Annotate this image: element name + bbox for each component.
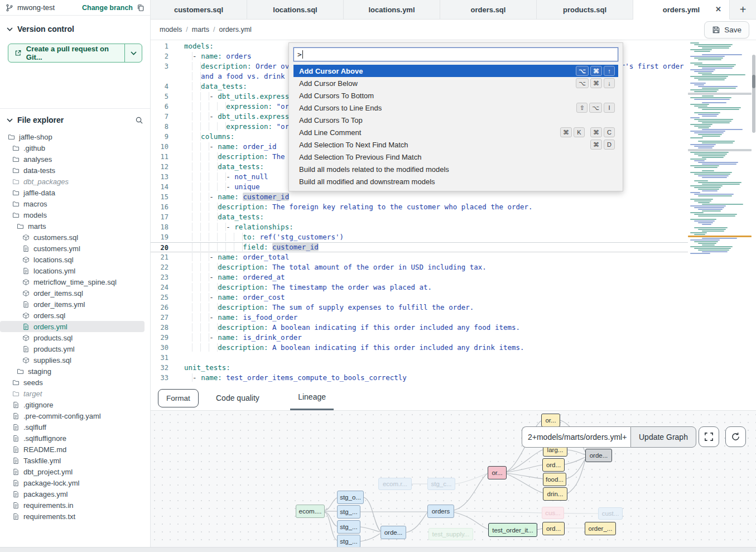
tree-item-jaffle-data[interactable]: jaffle-data bbox=[0, 187, 150, 198]
lineage-node[interactable]: food... bbox=[543, 473, 566, 486]
tab-orders-sql[interactable]: orders.sql bbox=[440, 0, 537, 20]
tab-orders-yml[interactable]: orders.yml✕ bbox=[633, 0, 730, 20]
palette-item[interactable]: Build all models related to the modified… bbox=[293, 163, 618, 175]
lineage-node[interactable]: ecom.... bbox=[296, 505, 325, 518]
tree-item-data-tests[interactable]: data-tests bbox=[0, 165, 150, 176]
update-graph-button[interactable]: Update Graph bbox=[630, 426, 696, 448]
editor-line[interactable]: 30 description: A boolean indicating if … bbox=[151, 343, 688, 353]
lineage-node[interactable]: ord... bbox=[542, 458, 565, 472]
palette-item[interactable]: Add Selection To Previous Find Match bbox=[293, 151, 618, 163]
lineage-node[interactable]: test_order_it... bbox=[488, 523, 537, 537]
lineage-node[interactable]: ord... bbox=[542, 522, 565, 535]
tree-item-dbt-project-yml[interactable]: dbt_project.yml bbox=[0, 466, 150, 477]
tree-item-products-yml[interactable]: products.yml bbox=[0, 343, 150, 354]
palette-item[interactable]: Add Cursors to Line Ends⇧⌥I bbox=[293, 102, 618, 114]
tree-item-supplies-sql[interactable]: supplies.sql bbox=[0, 354, 150, 366]
tree-item-packages-yml[interactable]: packages.yml bbox=[0, 488, 150, 500]
lineage-node[interactable]: stg_... bbox=[337, 520, 360, 534]
fullscreen-button[interactable] bbox=[699, 426, 719, 447]
tree-item-target[interactable]: target bbox=[0, 388, 150, 399]
tree-item-readme-md[interactable]: README.md bbox=[0, 444, 150, 455]
tree-item-taskfile-yml[interactable]: Taskfile.yml bbox=[0, 455, 150, 466]
editor-line[interactable]: 21 - name: order_total bbox=[151, 252, 688, 262]
lineage-node[interactable]: stg_o... bbox=[337, 491, 364, 504]
tree-item-order-items-sql[interactable]: order_items.sql bbox=[0, 287, 150, 299]
tree-item-analyses[interactable]: analyses bbox=[0, 153, 150, 165]
tree-item-macros[interactable]: macros bbox=[0, 198, 150, 209]
lineage-node[interactable]: cus... bbox=[542, 507, 564, 519]
graph-selector-input[interactable]: 2+models/marts/orders.yml+ bbox=[522, 426, 630, 448]
lineage-node[interactable]: or... bbox=[488, 466, 507, 479]
editor-line[interactable]: 24 description: The timestamp the order … bbox=[151, 282, 688, 292]
tree-item--gitignore[interactable]: .gitignore bbox=[0, 399, 150, 410]
editor-line[interactable]: 15 - name: customer_id bbox=[151, 192, 688, 202]
tree-item-customers-yml[interactable]: customers.yml bbox=[0, 243, 150, 254]
lineage-node[interactable]: test_supply... bbox=[428, 528, 473, 540]
editor-line[interactable]: 32unit_tests: bbox=[151, 363, 688, 373]
lineage-node[interactable]: cust... bbox=[598, 507, 623, 520]
lineage-node[interactable]: stg_... bbox=[337, 505, 360, 519]
editor-scrollbar[interactable] bbox=[752, 40, 756, 385]
lineage-node[interactable]: orders bbox=[427, 505, 454, 518]
editor-line[interactable]: 33 - name: test_order_items_compute_to_b… bbox=[151, 373, 688, 383]
tree-item-package-lock-yml[interactable]: package-lock.yml bbox=[0, 477, 150, 488]
tree-item-locations-yml[interactable]: locations.yml bbox=[0, 265, 150, 276]
palette-item[interactable]: Build all modified and downstream models bbox=[293, 175, 618, 188]
tree-item-metricflow-time-spine-sql[interactable]: metricflow_time_spine.sql bbox=[0, 276, 150, 287]
breadcrumb-item[interactable]: models bbox=[160, 26, 182, 33]
editor-line[interactable]: 31 bbox=[151, 353, 688, 363]
tree-item--sqlfluffignore[interactable]: .sqlfluffignore bbox=[0, 433, 150, 444]
tree-item-marts[interactable]: marts bbox=[0, 220, 150, 232]
pr-button-caret[interactable] bbox=[125, 44, 142, 62]
tree-item-seeds[interactable]: seeds bbox=[0, 377, 150, 388]
tree-item-models[interactable]: models bbox=[0, 209, 150, 220]
tab-customers-sql[interactable]: customers.sql bbox=[151, 0, 247, 20]
lineage-node[interactable]: or... bbox=[541, 414, 560, 427]
tree-item-orders-sql[interactable]: orders.sql bbox=[0, 310, 150, 321]
tree-item-requirements-in[interactable]: requirements.in bbox=[0, 500, 150, 511]
command-palette-input[interactable]: > bbox=[293, 47, 618, 61]
palette-item[interactable]: Add Cursors To Top bbox=[293, 114, 618, 126]
copy-branch-icon[interactable] bbox=[137, 4, 145, 12]
save-button[interactable]: Save bbox=[704, 21, 749, 39]
editor-line[interactable]: 16 description: The foreign key relating… bbox=[151, 202, 688, 212]
breadcrumb-item[interactable]: orders.yml bbox=[219, 26, 252, 33]
tab-locations-sql[interactable]: locations.sql bbox=[247, 0, 344, 20]
lineage-node[interactable]: orde... bbox=[585, 449, 612, 462]
refresh-button[interactable] bbox=[725, 426, 746, 447]
tree-item-jaffle-shop[interactable]: jaffle-shop bbox=[0, 131, 150, 142]
panel-tab-lineage[interactable]: Lineage bbox=[290, 385, 334, 410]
editor-line[interactable]: 19 to: ref('stg_customers') bbox=[151, 232, 688, 242]
close-tab-icon[interactable]: ✕ bbox=[715, 5, 721, 13]
lineage-node[interactable]: stg_... bbox=[337, 535, 360, 548]
editor-line[interactable]: 26 description: The sum of supply expens… bbox=[151, 303, 688, 313]
palette-item[interactable]: Add Cursor Below⌥⌘↓ bbox=[293, 77, 618, 89]
version-control-section-header[interactable]: Version control bbox=[0, 16, 150, 38]
create-pull-request-button[interactable]: Create a pull request on Git... bbox=[8, 44, 142, 63]
lineage-node[interactable]: order_... bbox=[585, 522, 616, 535]
tree-item-dbt-packages[interactable]: dbt_packages bbox=[0, 176, 150, 187]
panel-tab-code-quality[interactable]: Code quality bbox=[208, 385, 267, 410]
tree-item-customers-sql[interactable]: customers.sql bbox=[0, 232, 150, 243]
tab-products-sql[interactable]: products.sql bbox=[537, 0, 633, 20]
lineage-graph[interactable]: ecom....stg_o...stg_...stg_...stg_...ord… bbox=[151, 410, 756, 547]
tree-item-locations-sql[interactable]: locations.sql bbox=[0, 254, 150, 265]
lineage-node[interactable]: ecom.r... bbox=[378, 478, 412, 490]
palette-item[interactable]: Add Selection To Next Find Match⌘D bbox=[293, 138, 618, 151]
search-icon[interactable] bbox=[135, 116, 143, 124]
format-button[interactable]: Format bbox=[158, 389, 199, 407]
tree-item-orders-yml[interactable]: orders.yml bbox=[0, 321, 145, 332]
tree-item-staging[interactable]: staging bbox=[0, 366, 150, 377]
tree-item-order-items-yml[interactable]: order_items.yml bbox=[0, 299, 150, 310]
tree-item--sqlfluff[interactable]: .sqlfluff bbox=[0, 421, 150, 433]
editor-line[interactable]: 25 - name: order_cost bbox=[151, 292, 688, 303]
editor-line[interactable]: 28 description: A boolean indicating if … bbox=[151, 323, 688, 333]
editor-line[interactable]: 17 data_tests: bbox=[151, 212, 688, 222]
tree-item--github[interactable]: .github bbox=[0, 142, 150, 153]
editor-line[interactable]: 29 - name: is_drink_order bbox=[151, 333, 688, 343]
change-branch-link[interactable]: Change branch bbox=[82, 4, 133, 12]
palette-item[interactable]: Add Line Comment⌘K⌘C bbox=[293, 126, 618, 138]
editor-line[interactable]: 18 - relationships: bbox=[151, 222, 688, 232]
editor-line[interactable]: 23 - name: ordered_at bbox=[151, 272, 688, 282]
palette-item[interactable]: Add Cursor Above⌥⌘↑ bbox=[293, 65, 618, 77]
